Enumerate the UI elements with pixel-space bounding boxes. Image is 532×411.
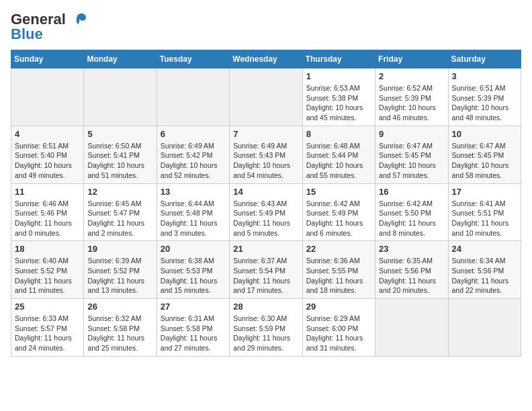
day-cell: 7Sunrise: 6:49 AMSunset: 5:43 PMDaylight… — [230, 126, 302, 183]
header-day-friday: Friday — [375, 50, 448, 68]
header-day-tuesday: Tuesday — [157, 50, 229, 68]
day-info: Sunrise: 6:40 AMSunset: 5:52 PMDaylight:… — [15, 256, 80, 295]
day-info: Sunrise: 6:46 AMSunset: 5:46 PMDaylight:… — [15, 199, 80, 238]
day-cell — [11, 68, 84, 126]
day-number: 20 — [161, 244, 226, 254]
day-number: 21 — [233, 244, 298, 254]
day-cell: 5Sunrise: 6:50 AMSunset: 5:41 PMDaylight… — [84, 126, 157, 183]
day-cell: 24Sunrise: 6:34 AMSunset: 5:56 PMDayligh… — [448, 241, 521, 299]
day-info: Sunrise: 6:36 AMSunset: 5:55 PMDaylight:… — [306, 256, 371, 295]
day-cell: 21Sunrise: 6:37 AMSunset: 5:54 PMDayligh… — [230, 241, 302, 299]
day-cell — [448, 299, 521, 357]
day-info: Sunrise: 6:34 AMSunset: 5:56 PMDaylight:… — [452, 256, 517, 295]
day-number: 6 — [161, 129, 226, 139]
day-number: 29 — [306, 302, 371, 312]
logo-blue-text: Blue — [11, 26, 43, 43]
day-number: 26 — [87, 302, 152, 312]
day-cell — [84, 68, 157, 126]
day-number: 2 — [379, 71, 444, 81]
day-info: Sunrise: 6:49 AMSunset: 5:43 PMDaylight:… — [233, 141, 298, 181]
day-cell — [157, 68, 229, 126]
day-info: Sunrise: 6:47 AMSunset: 5:45 PMDaylight:… — [379, 141, 444, 181]
day-cell: 6Sunrise: 6:49 AMSunset: 5:42 PMDaylight… — [157, 126, 229, 183]
day-cell — [230, 68, 302, 126]
day-info: Sunrise: 6:44 AMSunset: 5:48 PMDaylight:… — [161, 199, 226, 238]
header: General Blue — [11, 11, 521, 43]
day-info: Sunrise: 6:42 AMSunset: 5:50 PMDaylight:… — [379, 199, 444, 238]
day-info: Sunrise: 6:49 AMSunset: 5:42 PMDaylight:… — [161, 141, 226, 181]
day-cell: 29Sunrise: 6:29 AMSunset: 6:00 PMDayligh… — [302, 299, 375, 357]
day-info: Sunrise: 6:51 AMSunset: 5:39 PMDaylight:… — [452, 83, 517, 123]
day-number: 10 — [452, 129, 517, 139]
day-number: 14 — [233, 187, 298, 197]
day-cell — [375, 299, 448, 357]
day-info: Sunrise: 6:53 AMSunset: 5:38 PMDaylight:… — [306, 83, 371, 123]
day-number: 19 — [87, 244, 152, 254]
day-number: 23 — [379, 244, 444, 254]
week-row-2: 4Sunrise: 6:51 AMSunset: 5:40 PMDaylight… — [11, 126, 521, 183]
day-number: 28 — [233, 302, 298, 312]
header-day-thursday: Thursday — [302, 50, 375, 68]
day-number: 5 — [87, 129, 152, 139]
day-info: Sunrise: 6:32 AMSunset: 5:58 PMDaylight:… — [87, 314, 152, 353]
day-number: 18 — [15, 244, 80, 254]
day-cell: 3Sunrise: 6:51 AMSunset: 5:39 PMDaylight… — [448, 68, 521, 126]
day-info: Sunrise: 6:51 AMSunset: 5:40 PMDaylight:… — [15, 141, 80, 181]
day-cell: 27Sunrise: 6:31 AMSunset: 5:58 PMDayligh… — [157, 299, 229, 357]
day-info: Sunrise: 6:42 AMSunset: 5:49 PMDaylight:… — [306, 199, 371, 238]
day-number: 4 — [15, 129, 80, 139]
day-info: Sunrise: 6:31 AMSunset: 5:58 PMDaylight:… — [161, 314, 226, 353]
day-cell: 26Sunrise: 6:32 AMSunset: 5:58 PMDayligh… — [84, 299, 157, 357]
header-day-monday: Monday — [84, 50, 157, 68]
day-info: Sunrise: 6:41 AMSunset: 5:51 PMDaylight:… — [452, 199, 517, 238]
day-info: Sunrise: 6:33 AMSunset: 5:57 PMDaylight:… — [15, 314, 80, 353]
week-row-3: 11Sunrise: 6:46 AMSunset: 5:46 PMDayligh… — [11, 183, 521, 241]
day-cell: 28Sunrise: 6:30 AMSunset: 5:59 PMDayligh… — [230, 299, 302, 357]
day-cell: 12Sunrise: 6:45 AMSunset: 5:47 PMDayligh… — [84, 183, 157, 241]
header-day-saturday: Saturday — [448, 50, 521, 68]
day-number: 7 — [233, 129, 298, 139]
day-number: 15 — [306, 187, 371, 197]
day-cell: 16Sunrise: 6:42 AMSunset: 5:50 PMDayligh… — [375, 183, 448, 241]
day-cell: 1Sunrise: 6:53 AMSunset: 5:38 PMDaylight… — [302, 68, 375, 126]
logo: General Blue — [11, 11, 87, 43]
day-cell: 17Sunrise: 6:41 AMSunset: 5:51 PMDayligh… — [448, 183, 521, 241]
day-number: 24 — [452, 244, 517, 254]
day-cell: 19Sunrise: 6:39 AMSunset: 5:52 PMDayligh… — [84, 241, 157, 299]
day-number: 25 — [15, 302, 80, 312]
day-number: 17 — [452, 187, 517, 197]
day-info: Sunrise: 6:43 AMSunset: 5:49 PMDaylight:… — [233, 199, 298, 238]
week-row-1: 1Sunrise: 6:53 AMSunset: 5:38 PMDaylight… — [11, 68, 521, 126]
day-info: Sunrise: 6:30 AMSunset: 5:59 PMDaylight:… — [233, 314, 298, 353]
week-row-4: 18Sunrise: 6:40 AMSunset: 5:52 PMDayligh… — [11, 241, 521, 299]
day-info: Sunrise: 6:50 AMSunset: 5:41 PMDaylight:… — [87, 141, 152, 181]
day-number: 11 — [15, 187, 80, 197]
day-number: 9 — [379, 129, 444, 139]
day-number: 1 — [306, 71, 371, 81]
day-info: Sunrise: 6:37 AMSunset: 5:54 PMDaylight:… — [233, 256, 298, 295]
day-cell: 8Sunrise: 6:48 AMSunset: 5:44 PMDaylight… — [302, 126, 375, 183]
day-cell: 2Sunrise: 6:52 AMSunset: 5:39 PMDaylight… — [375, 68, 448, 126]
header-day-wednesday: Wednesday — [230, 50, 302, 68]
day-cell: 13Sunrise: 6:44 AMSunset: 5:48 PMDayligh… — [157, 183, 229, 241]
day-number: 16 — [379, 187, 444, 197]
day-cell: 14Sunrise: 6:43 AMSunset: 5:49 PMDayligh… — [230, 183, 302, 241]
day-info: Sunrise: 6:45 AMSunset: 5:47 PMDaylight:… — [87, 199, 152, 238]
day-info: Sunrise: 6:47 AMSunset: 5:45 PMDaylight:… — [452, 141, 517, 181]
day-cell: 23Sunrise: 6:35 AMSunset: 5:56 PMDayligh… — [375, 241, 448, 299]
calendar-table: SundayMondayTuesdayWednesdayThursdayFrid… — [11, 50, 521, 357]
day-number: 3 — [452, 71, 517, 81]
day-info: Sunrise: 6:48 AMSunset: 5:44 PMDaylight:… — [306, 141, 371, 181]
day-cell: 20Sunrise: 6:38 AMSunset: 5:53 PMDayligh… — [157, 241, 229, 299]
day-number: 13 — [161, 187, 226, 197]
day-info: Sunrise: 6:35 AMSunset: 5:56 PMDaylight:… — [379, 256, 444, 295]
day-cell: 22Sunrise: 6:36 AMSunset: 5:55 PMDayligh… — [302, 241, 375, 299]
day-number: 12 — [87, 187, 152, 197]
day-cell: 15Sunrise: 6:42 AMSunset: 5:49 PMDayligh… — [302, 183, 375, 241]
day-info: Sunrise: 6:29 AMSunset: 6:00 PMDaylight:… — [306, 314, 371, 353]
day-cell: 4Sunrise: 6:51 AMSunset: 5:40 PMDaylight… — [11, 126, 84, 183]
day-info: Sunrise: 6:39 AMSunset: 5:52 PMDaylight:… — [87, 256, 152, 295]
header-day-sunday: Sunday — [11, 50, 84, 68]
day-cell: 10Sunrise: 6:47 AMSunset: 5:45 PMDayligh… — [448, 126, 521, 183]
logo-bird-icon — [69, 12, 87, 27]
